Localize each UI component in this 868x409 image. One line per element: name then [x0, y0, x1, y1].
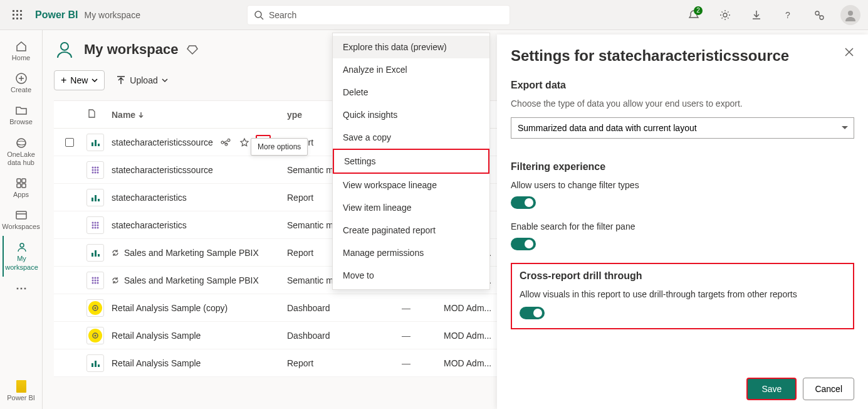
star-icon[interactable] [237, 135, 252, 150]
feedback-icon[interactable] [809, 5, 829, 25]
app-launcher-icon[interactable] [8, 5, 28, 25]
filter-types-toggle[interactable] [511, 196, 536, 209]
menu-workspace-lineage[interactable]: View workspace lineage [333, 174, 489, 196]
cancel-button[interactable]: Cancel [803, 378, 854, 400]
item-type-icon [86, 216, 112, 234]
left-nav: Home Create Browse OneLake data hub Apps… [0, 30, 43, 409]
menu-analyze[interactable]: Analyze in Excel [333, 58, 489, 81]
row-checkbox[interactable] [65, 138, 74, 147]
svg-line-10 [261, 17, 263, 19]
settings-panel: Settings for statecharacteristicssource … [497, 35, 868, 409]
svg-rect-6 [13, 18, 14, 19]
item-name[interactable]: Retail Analysis Sample (copy) [112, 303, 287, 313]
item-type-icon [86, 327, 112, 344]
item-name[interactable]: Sales and Marketing Sample PBIX [112, 248, 287, 258]
notification-badge: 2 [694, 6, 703, 15]
menu-move[interactable]: Move to [333, 264, 489, 287]
close-icon[interactable] [844, 47, 854, 59]
svg-rect-24 [16, 211, 26, 219]
menu-settings[interactable]: Settings [333, 149, 489, 174]
menu-paginated[interactable]: Create paginated report [333, 219, 489, 242]
column-name[interactable]: Name [112, 110, 287, 120]
filter-heading: Filtering experience [511, 161, 854, 173]
menu-delete[interactable]: Delete [333, 81, 489, 104]
item-name[interactable]: Sales and Marketing Sample PBIX [112, 275, 287, 285]
download-icon[interactable] [746, 5, 766, 25]
nav-onelake[interactable]: OneLake data hub [3, 132, 40, 172]
nav-home[interactable]: Home [3, 35, 40, 67]
svg-point-36 [97, 166, 99, 168]
menu-explore[interactable]: Explore this data (preview) [333, 36, 489, 58]
item-type-icon [86, 299, 112, 317]
svg-rect-21 [22, 179, 26, 183]
settings-gear-icon[interactable] [715, 5, 735, 25]
nav-footer: Power BI [3, 373, 40, 409]
premium-diamond-icon [187, 44, 198, 55]
svg-rect-23 [22, 184, 26, 188]
item-name[interactable]: Retail Analysis Sample [112, 331, 287, 341]
svg-rect-7 [16, 18, 18, 19]
svg-rect-2 [20, 10, 22, 12]
help-icon[interactable]: ? [778, 5, 798, 25]
svg-rect-8 [20, 18, 22, 19]
search-input[interactable]: Search [247, 5, 510, 25]
item-name[interactable]: statecharacteristics [112, 193, 287, 203]
cross-report-section: Cross-report drill through Allow visuals… [511, 263, 854, 329]
nav-apps[interactable]: Apps [3, 172, 40, 204]
svg-rect-45 [98, 199, 100, 201]
item-col-a: — [369, 331, 444, 341]
svg-point-34 [92, 166, 94, 168]
item-name[interactable]: statecharacteristicssource [112, 165, 287, 175]
svg-point-70 [95, 334, 97, 336]
upload-button[interactable]: Upload [116, 75, 167, 85]
nav-workspaces[interactable]: Workspaces [3, 204, 40, 236]
item-type-icon [86, 189, 112, 206]
svg-point-18 [17, 139, 26, 147]
share-icon[interactable] [218, 135, 233, 150]
search-icon [254, 10, 264, 20]
cross-report-toggle[interactable] [520, 307, 545, 319]
svg-point-62 [95, 279, 97, 281]
chevron-down-icon [162, 77, 168, 83]
breadcrumb[interactable]: My workspace [84, 10, 140, 20]
item-type-icon [86, 161, 112, 179]
filter-types-label: Allow users to change filter types [511, 180, 854, 190]
svg-point-37 [92, 169, 94, 171]
nav-more[interactable]: ⋯ [3, 277, 40, 300]
svg-point-26 [20, 243, 24, 247]
menu-permissions[interactable]: Manage permissions [333, 242, 489, 264]
panel-footer: Save Cancel [746, 378, 854, 400]
header-actions: 2 ? [684, 5, 860, 25]
item-type: Dashboard [287, 331, 369, 341]
item-type: Dashboard [287, 303, 369, 313]
new-button[interactable]: + New [54, 70, 105, 90]
nav-browse[interactable]: Browse [3, 99, 40, 131]
svg-point-39 [97, 169, 99, 171]
item-type-icon [86, 244, 112, 262]
svg-rect-44 [95, 195, 97, 201]
filter-search-toggle[interactable] [511, 238, 536, 250]
item-name[interactable]: statecharacteristics [112, 220, 287, 230]
svg-point-27 [61, 43, 68, 50]
brand-label[interactable]: Power BI [35, 9, 78, 21]
save-button[interactable]: Save [746, 378, 797, 400]
menu-quick-insights[interactable]: Quick insights [333, 104, 489, 126]
svg-point-35 [95, 166, 97, 168]
svg-point-54 [97, 226, 99, 228]
avatar[interactable] [840, 5, 860, 25]
svg-point-52 [92, 226, 94, 228]
svg-rect-56 [95, 250, 97, 257]
menu-save-copy[interactable]: Save a copy [333, 126, 489, 149]
item-name[interactable]: Retail Analysis Sample [112, 358, 287, 368]
item-type-icon [86, 272, 112, 289]
svg-rect-3 [13, 14, 14, 16]
file-icon[interactable] [86, 109, 112, 120]
nav-my-workspace[interactable]: My workspace [3, 236, 40, 276]
svg-line-15 [818, 14, 820, 16]
nav-create[interactable]: Create [3, 67, 40, 99]
notifications-icon[interactable]: 2 [684, 5, 704, 25]
svg-rect-0 [13, 10, 14, 12]
menu-item-lineage[interactable]: View item lineage [333, 196, 489, 219]
export-select[interactable]: Summarized data and data with current la… [511, 117, 854, 139]
svg-point-16 [848, 11, 853, 16]
